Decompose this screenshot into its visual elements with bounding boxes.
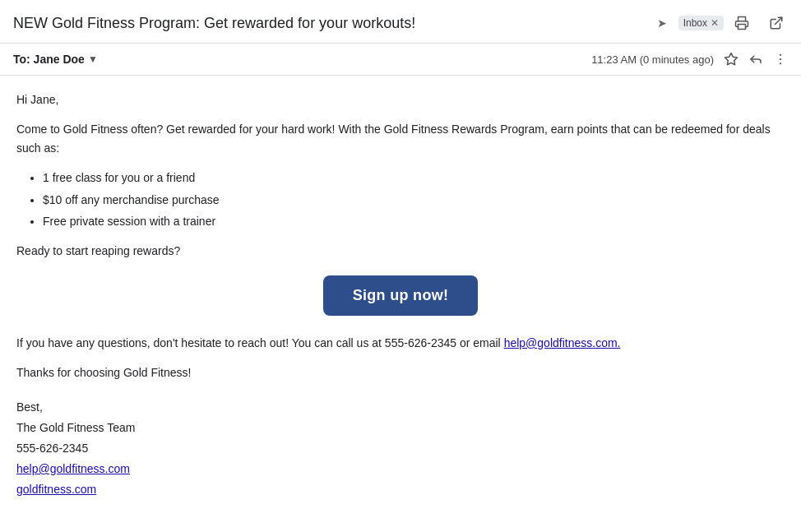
inbox-label-text: Inbox [683, 17, 707, 29]
svg-rect-0 [738, 25, 746, 30]
svg-point-4 [780, 58, 781, 60]
reply-icon[interactable] [748, 52, 763, 67]
signature-name: The Gold Fitness Team [16, 421, 135, 434]
print-button[interactable] [730, 12, 753, 35]
thanks-text: Thanks for choosing Gold Fitness! [16, 363, 785, 382]
svg-marker-2 [725, 53, 738, 65]
closing-text: Best, [16, 400, 43, 414]
recipient-chevron-icon[interactable]: ▼ [88, 53, 98, 65]
bullet-item-3: Free private session with a trainer [43, 212, 785, 230]
svg-point-5 [780, 62, 781, 64]
bullet-item-2: $10 off any merchandise purchase [43, 191, 785, 209]
svg-line-1 [776, 17, 782, 24]
action-icons [724, 52, 788, 67]
email-body: Hi Jane, Come to Gold Fitness often? Get… [0, 76, 801, 520]
email-container: NEW Gold Fitness Program: Get rewarded f… [0, 0, 801, 532]
signup-button[interactable]: Sign up now! [323, 275, 479, 316]
signature-email-link[interactable]: help@goldfitness.com [16, 459, 785, 479]
forward-icon: ➤ [657, 16, 667, 30]
sender-row: To: Jane Doe ▼ 11:23 AM (0 minutes ago) [0, 44, 801, 76]
email-header: NEW Gold Fitness Program: Get rewarded f… [0, 0, 801, 44]
contact-paragraph: If you have any questions, don't hesitat… [16, 334, 785, 352]
contact-text: If you have any questions, don't hesitat… [16, 336, 501, 349]
email-subject: NEW Gold Fitness Program: Get rewarded f… [13, 15, 651, 32]
svg-point-3 [780, 54, 781, 56]
greeting: Hi Jane, [16, 90, 785, 109]
signup-button-wrapper: Sign up now! [16, 275, 785, 316]
bullet-item-1: 1 free class for you or a friend [43, 169, 785, 187]
star-icon[interactable] [724, 52, 738, 67]
contact-email-link[interactable]: help@goldfitness.com. [504, 336, 621, 349]
inbox-label: Inbox ✕ [678, 16, 724, 30]
timestamp: 11:23 AM (0 minutes ago) [591, 53, 714, 66]
header-icons [730, 12, 788, 35]
signature-website-link[interactable]: goldfitness.com [16, 479, 785, 500]
sender-info: To: Jane Doe ▼ [13, 53, 591, 66]
close-label-icon[interactable]: ✕ [711, 17, 719, 29]
rewards-list: 1 free class for you or a friend $10 off… [43, 169, 785, 230]
signature-phone: 555-626-2345 [16, 442, 88, 455]
cta-text: Ready to start reaping rewards? [16, 242, 785, 260]
open-new-window-button[interactable] [765, 12, 788, 35]
to-label: To: Jane Doe [13, 53, 85, 66]
signature: Best, The Gold Fitness Team 555-626-2345… [16, 397, 785, 501]
more-options-icon[interactable] [773, 52, 788, 67]
paragraph1: Come to Gold Fitness often? Get rewarded… [16, 120, 785, 157]
sender-meta: 11:23 AM (0 minutes ago) [591, 52, 788, 67]
